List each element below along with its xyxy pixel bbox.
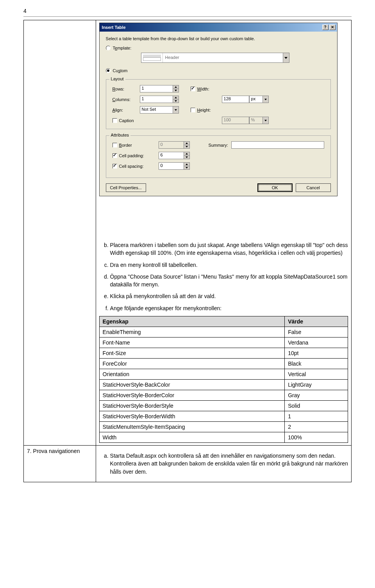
cancel-button[interactable]: Cancel <box>296 183 331 192</box>
cellspacing-input[interactable]: 0 <box>159 162 190 170</box>
rows-spin-down[interactable] <box>173 89 179 92</box>
table-row: Font-Size10pt <box>99 348 348 359</box>
th-egenskap: Egenskap <box>99 316 285 327</box>
row1-left <box>24 20 96 446</box>
close-button[interactable]: ✕ <box>329 25 336 30</box>
prop-value: Gray <box>285 390 348 401</box>
table-row: Width100% <box>99 432 348 443</box>
table-row: OrientationVertical <box>99 369 348 380</box>
attributes-legend: Attributes <box>109 133 130 137</box>
width-checkbox[interactable] <box>191 87 195 91</box>
top-rule <box>23 16 352 17</box>
cellspacing-label: Cell spacing: <box>119 164 144 169</box>
prop-value: 1 <box>285 411 348 422</box>
layout-group: Layout Rows: 1 Width: Columns: 1 <box>106 79 331 129</box>
step-d: Öppna "Choose Data Source" listan i "Men… <box>110 273 348 289</box>
cols-spin-up[interactable] <box>173 96 179 99</box>
prop-name: Font-Name <box>99 338 285 348</box>
summary-input[interactable] <box>231 141 324 149</box>
table-row: StaticMenuItemStyle-ItemSpacing2 <box>99 422 348 432</box>
border-checkbox[interactable] <box>112 143 117 147</box>
section7-left: 7. Prova navigationen <box>24 446 96 482</box>
outer-table: Insert Table ? ✕ Select a table template… <box>23 20 352 482</box>
step-e: Klicka på menykontrollen så att den är v… <box>110 292 348 300</box>
layout-legend: Layout <box>109 76 125 81</box>
align-combo-arrow[interactable] <box>173 107 179 113</box>
prop-name: StaticHoverStyle-BackColor <box>99 380 285 390</box>
prop-name: Font-Size <box>99 348 285 359</box>
prop-name: Width <box>99 432 285 443</box>
prop-name: EnableTheming <box>99 327 285 338</box>
height-unit-arrow <box>262 117 268 124</box>
cellpadding-input[interactable]: 6 <box>159 152 190 159</box>
insert-table-dialog: Insert Table ? ✕ Select a table template… <box>99 23 338 196</box>
width-input[interactable]: 128 <box>222 96 249 103</box>
help-button[interactable]: ? <box>322 25 329 30</box>
step-f: Ange följande egenskaper för menykontrol… <box>110 304 348 312</box>
prop-name: StaticMenuItemStyle-ItemSpacing <box>99 422 285 432</box>
cellpadding-checkbox[interactable] <box>112 153 117 158</box>
step-c: Dra en meny kontroll till tabellcellen. <box>110 261 348 269</box>
summary-label: Summary: <box>209 143 228 147</box>
rows-label: Rows: <box>112 87 140 91</box>
caption-checkbox[interactable] <box>112 118 117 123</box>
cols-spin-down[interactable] <box>173 99 179 103</box>
prop-value: Verdana <box>285 338 348 348</box>
prop-name: ForeColor <box>99 359 285 369</box>
custom-label: Custom <box>113 68 128 73</box>
width-unit-combo[interactable]: px <box>249 96 269 103</box>
table-row: EnableThemingFalse <box>99 327 348 338</box>
dialog-titlebar[interactable]: Insert Table ? ✕ <box>100 23 337 32</box>
prop-value: Vertical <box>285 369 348 380</box>
columns-label: Columns: <box>112 97 140 102</box>
cellspacing-checkbox[interactable] <box>112 164 117 169</box>
rows-input[interactable]: 1 <box>140 85 179 92</box>
template-combo[interactable]: Header <box>141 53 289 63</box>
prop-value: LightGray <box>285 380 348 390</box>
border-label: Border <box>119 143 132 147</box>
prop-value: Black <box>285 359 348 369</box>
attributes-group: Attributes Border 0 Summary: Cell paddin… <box>106 135 331 178</box>
prop-value: False <box>285 327 348 338</box>
height-label: Height: <box>197 108 211 112</box>
ok-button[interactable]: OK <box>257 183 293 192</box>
th-varde: Värde <box>285 316 348 327</box>
prop-value: 100% <box>285 432 348 443</box>
cell-properties-button[interactable]: Cell Properties... <box>106 183 146 192</box>
table-row: StaticHoverStyle-BorderStyleSolid <box>99 401 348 411</box>
page-number: 4 <box>23 8 352 14</box>
prop-name: Orientation <box>99 369 285 380</box>
template-combo-arrow[interactable] <box>283 53 289 62</box>
template-radio[interactable] <box>106 46 111 50</box>
table-row: Font-NameVerdana <box>99 338 348 348</box>
columns-input[interactable]: 1 <box>140 96 179 103</box>
prop-name: StaticHoverStyle-BorderColor <box>99 390 285 401</box>
step7-a: Starta Default.aspx och kontrollera så a… <box>110 452 348 476</box>
prop-value: Solid <box>285 401 348 411</box>
step-b: Placera markören i tabellen som du just … <box>110 241 348 257</box>
height-unit-combo: % <box>249 117 269 124</box>
template-preview-icon <box>141 53 163 62</box>
section7-right: Starta Default.aspx och kontrollera så a… <box>96 446 351 482</box>
row1-right: Insert Table ? ✕ Select a table template… <box>96 20 351 446</box>
table-row: StaticHoverStyle-BorderColorGray <box>99 390 348 401</box>
dialog-intro: Select a table template from the drop-do… <box>106 36 331 41</box>
template-label: Template: <box>113 46 132 50</box>
width-label: Width: <box>197 87 209 91</box>
rows-spin-up[interactable] <box>173 85 179 89</box>
height-input: 100 <box>222 117 249 124</box>
prop-value: 2 <box>285 422 348 432</box>
prop-value: 10pt <box>285 348 348 359</box>
prop-name: StaticHoverStyle-BorderWidth <box>99 411 285 422</box>
caption-label: Caption <box>119 118 134 123</box>
height-checkbox[interactable] <box>191 108 195 112</box>
width-unit-arrow[interactable] <box>262 96 268 103</box>
align-label: Align: <box>112 108 140 112</box>
align-combo[interactable]: Not Set <box>140 106 179 114</box>
dialog-title: Insert Table <box>101 25 321 30</box>
border-input: 0 <box>159 141 190 149</box>
properties-table: Egenskap Värde EnableThemingFalseFont-Na… <box>99 316 348 443</box>
template-combo-text: Header <box>163 53 283 62</box>
cellpadding-label: Cell padding: <box>119 153 144 158</box>
custom-radio[interactable] <box>106 68 111 73</box>
